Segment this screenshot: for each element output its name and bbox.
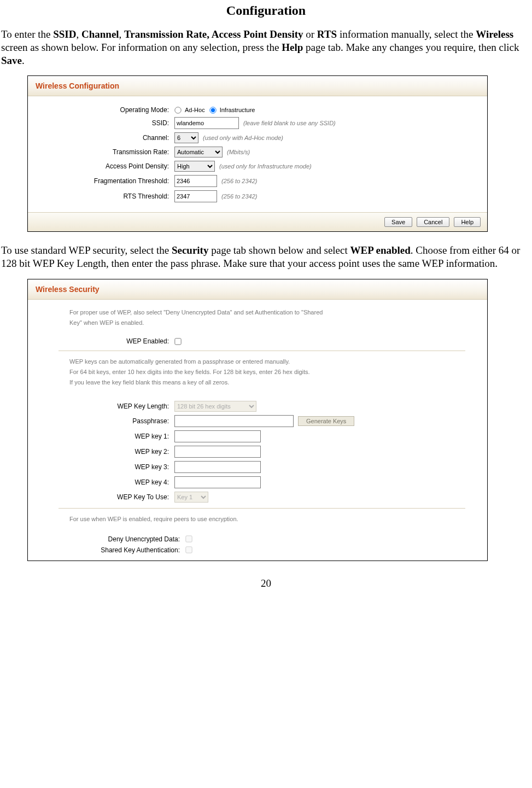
frag-input[interactable]	[174, 175, 217, 187]
radio-infrastructure[interactable]	[209, 107, 216, 113]
text: page tab shown below and select	[208, 244, 350, 256]
wep-key-1-input[interactable]	[174, 430, 261, 442]
tx-rate-select[interactable]: Automatic	[174, 147, 223, 157]
wep-note-line2: Key" when WEP is enabled.	[32, 318, 483, 328]
rts-input[interactable]	[174, 190, 217, 202]
text-tx-apd: Transmission Rate, Access Point Density	[124, 28, 303, 40]
label-ap-density: Access Point Density:	[32, 162, 174, 170]
text: To enter the	[1, 28, 53, 40]
label-wep-key-1: WEP key 1:	[32, 433, 174, 440]
help-button[interactable]: Help	[454, 217, 481, 227]
hint-ssid: (leave field blank to use any SSID)	[243, 120, 336, 126]
label-wep-length: WEP Key Length:	[32, 402, 174, 410]
wep-key-4-input[interactable]	[174, 476, 261, 488]
hint-frag: (256 to 2342)	[221, 178, 257, 184]
radio-infra-label: Infrastructure	[220, 107, 255, 113]
text: ,	[76, 28, 81, 40]
cancel-button[interactable]: Cancel	[417, 217, 449, 227]
text-save: Save	[1, 55, 22, 66]
label-channel: Channel:	[32, 134, 174, 142]
wep-key-to-use-select[interactable]: Key 1	[174, 492, 208, 503]
radio-adhoc-label: Ad-Hoc	[185, 107, 205, 113]
label-wep-key-3: WEP key 3:	[32, 463, 174, 471]
deny-unencrypted-checkbox[interactable]	[185, 536, 192, 542]
label-wep-key-2: WEP key 2:	[32, 448, 174, 456]
wep-length-select[interactable]: 128 bit 26 hex digits	[174, 401, 256, 412]
hint-tx-rate: (Mbits/s)	[227, 149, 250, 155]
text-channel: Channel	[81, 28, 119, 40]
label-shared-key-auth: Shared Key Authentication:	[32, 546, 185, 554]
text-ssid: SSID	[53, 28, 76, 40]
text: or	[303, 28, 317, 40]
separator	[59, 508, 465, 509]
text: page tab. Make any changes you require, …	[303, 42, 519, 53]
generate-keys-button[interactable]: Generate Keys	[298, 416, 354, 426]
label-wep-key-4: WEP key 4:	[32, 478, 174, 486]
keys-note-line2: For 64 bit keys, enter 10 hex digits int…	[32, 367, 483, 377]
hint-rts: (256 to 2342)	[221, 193, 257, 200]
label-rts: RTS Threshold:	[32, 192, 174, 200]
label-ssid: SSID:	[32, 119, 174, 127]
save-button[interactable]: Save	[384, 217, 412, 227]
text: screen as shown below. For information o…	[1, 42, 282, 53]
text-wireless: Wireless	[476, 28, 513, 40]
label-passphrase: Passphrase:	[32, 417, 174, 425]
hint-ap-density: (used only for Infrastructure mode)	[219, 163, 312, 170]
text-rts: RTS	[317, 28, 337, 40]
wep-enabled-checkbox[interactable]	[174, 338, 181, 345]
ssid-input[interactable]	[174, 117, 239, 129]
panel-title: Wireless Security	[28, 279, 487, 300]
text-help: Help	[282, 42, 303, 53]
shared-key-auth-checkbox[interactable]	[185, 547, 192, 553]
intro-paragraph-1: To enter the SSID, Channel, Transmission…	[1, 28, 531, 67]
ap-density-select[interactable]: High	[174, 161, 215, 172]
passphrase-input[interactable]	[174, 415, 294, 427]
separator	[59, 351, 465, 351]
wep-key-3-input[interactable]	[174, 461, 261, 473]
page-title: Configuration	[1, 3, 531, 18]
radio-adhoc[interactable]	[174, 107, 181, 113]
keys-note-line1: WEP keys can be automatically generated …	[32, 357, 483, 367]
wireless-configuration-panel: Wireless Configuration Operating Mode: A…	[27, 75, 488, 232]
page-number: 20	[1, 577, 531, 589]
intro-paragraph-2: To use standard WEP security, select the…	[1, 244, 531, 270]
text: To use standard WEP security, select the	[1, 244, 172, 256]
label-tx-rate: Transmission Rate:	[32, 148, 174, 156]
text: information manually, select the	[337, 28, 476, 40]
panel-title: Wireless Configuration	[28, 76, 487, 96]
text: .	[22, 55, 25, 66]
encryption-note: For use when WEP is enabled, require pee…	[32, 514, 483, 524]
label-frag: Fragmentation Threshold:	[32, 177, 174, 185]
wireless-security-panel: Wireless Security For proper use of WEP,…	[27, 279, 488, 561]
text: ,	[119, 28, 125, 40]
label-wep-enabled: WEP Enabled:	[32, 337, 174, 345]
label-wep-key-to-use: WEP Key To Use:	[32, 493, 174, 501]
hint-channel: (used only with Ad-Hoc mode)	[203, 135, 283, 141]
text-security: Security	[172, 244, 209, 256]
label-deny-unencrypted: Deny Unencrypted Data:	[32, 535, 185, 543]
wep-key-2-input[interactable]	[174, 446, 261, 458]
label-operating-mode: Operating Mode:	[32, 106, 174, 114]
text-wep-enabled: WEP enabled	[350, 244, 411, 256]
keys-note-line3: If you leave the key field blank this me…	[32, 377, 483, 388]
channel-select[interactable]: 6	[174, 132, 198, 143]
wep-note-line1: For proper use of WEP, also select "Deny…	[32, 307, 483, 318]
